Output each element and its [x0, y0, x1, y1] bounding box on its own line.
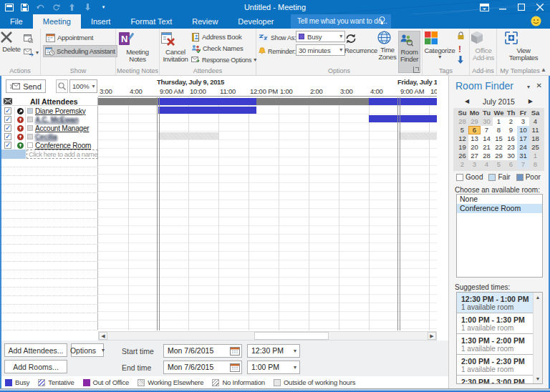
suggested-time-item[interactable]: 2:00 PM - 2:30 PM1 available room	[457, 355, 534, 376]
calendar-day[interactable]: 19	[456, 143, 468, 152]
attendee-name-link[interactable]: Conference Room	[35, 142, 91, 150]
calendar-day[interactable]: 17	[517, 134, 529, 143]
recurrence-button[interactable]: Recurrence	[344, 32, 377, 54]
calendar-day[interactable]: 6	[468, 126, 481, 134]
calendar-day[interactable]: 1	[493, 117, 505, 126]
time-zones-button[interactable]: Time Zones	[377, 31, 397, 61]
room-option[interactable]: None	[457, 195, 542, 204]
calendar-day[interactable]: 11	[529, 126, 541, 134]
reminder-combo[interactable]: 30 minutes ▾	[296, 44, 345, 56]
smiley-feedback-icon[interactable]	[531, 16, 541, 26]
scroll-right-arrow[interactable]: ▶	[428, 332, 436, 340]
attendee-name-link[interactable]: Cecilia	[35, 133, 57, 141]
suggested-time-item[interactable]: 1:30 PM - 2:00 PM1 available room	[457, 334, 534, 355]
calendar-day[interactable]: 28	[481, 152, 493, 160]
appointment-button[interactable]: Appointment	[46, 32, 93, 43]
forward-button[interactable]: ▾	[24, 47, 39, 58]
attendee-name-link[interactable]: Account Manager	[35, 124, 89, 132]
attendee-checkbox[interactable]	[4, 124, 11, 132]
calendar-day[interactable]: 2	[505, 117, 517, 126]
add-rooms-button[interactable]: Add Rooms...	[4, 360, 67, 373]
calendar-day[interactable]: 8	[529, 160, 541, 169]
suggested-time-item[interactable]: 12:30 PM - 1:00 PM1 available room	[457, 293, 534, 313]
minimize-icon[interactable]	[496, 1, 510, 13]
room-finder-menu-caret[interactable]: ▾	[527, 84, 530, 90]
tell-me-box[interactable]: Tell me what you want to do...	[291, 14, 391, 29]
end-time-combo[interactable]: 1:00 PM ▾	[247, 361, 300, 374]
copy-to-calendar-button[interactable]	[24, 33, 33, 44]
calendar-day[interactable]: 9	[505, 126, 517, 134]
add-name-placeholder[interactable]: Click here to add a name	[26, 150, 98, 159]
scroll-down-arrow[interactable]: ▼	[534, 374, 542, 383]
calendar-day[interactable]: 29	[468, 117, 481, 126]
calendar-day[interactable]: 22	[493, 143, 505, 152]
collapse-ribbon-icon[interactable]: ▲	[541, 67, 546, 73]
calendar-day[interactable]: 15	[493, 134, 505, 143]
attendee-checkbox[interactable]	[4, 116, 11, 123]
scroll-left-arrow[interactable]: ◀	[99, 332, 107, 340]
end-date-field[interactable]: Mon 7/6/2015	[163, 361, 242, 374]
calendar-day[interactable]: 20	[468, 143, 481, 152]
maximize-icon[interactable]	[514, 1, 529, 13]
calendar-day[interactable]: 27	[468, 152, 481, 160]
end-date-picker-icon[interactable]	[230, 363, 240, 372]
attendee-name-link[interactable]: A.C. McEwan	[35, 116, 79, 124]
calendar-day[interactable]: 24	[517, 143, 529, 152]
calendar-day[interactable]: 25	[529, 143, 541, 152]
calendar-day[interactable]: 10	[517, 126, 529, 134]
scrollbar-thumb[interactable]	[254, 332, 329, 340]
start-date-picker-icon[interactable]	[230, 346, 240, 356]
tab-insert[interactable]: Insert	[81, 14, 121, 29]
room-finder-close-icon[interactable]: ✕	[536, 82, 542, 89]
calendar-next-arrow[interactable]: ▶	[529, 98, 533, 104]
calendar-day[interactable]: 28	[456, 117, 468, 126]
meeting-notes-button[interactable]: N Meeting Notes	[118, 31, 157, 63]
address-book-button[interactable]: Address Book	[191, 31, 242, 42]
tab-developer[interactable]: Developer	[228, 14, 284, 29]
calendar-day[interactable]: 4	[481, 160, 493, 169]
suggested-times-scrollbar[interactable]: ▲▼	[533, 293, 542, 383]
check-names-button[interactable]: Check Names	[191, 43, 243, 54]
options-button[interactable]: Options ▾	[71, 343, 104, 357]
calendar-day[interactable]: 14	[481, 134, 493, 143]
view-templates-button[interactable]: View Templates	[504, 31, 543, 62]
attendee-checkbox[interactable]	[4, 107, 11, 114]
calendar-day[interactable]: 8	[493, 126, 505, 134]
tab-meeting[interactable]: Meeting	[33, 14, 81, 29]
horizontal-scrollbar[interactable]: ◀ ▶	[98, 331, 437, 340]
suggested-time-item[interactable]: 2:30 PM - 3:00 PM1 available room	[457, 376, 534, 384]
calendar-day[interactable]: 16	[505, 134, 517, 143]
calendar-day[interactable]: 31	[517, 152, 529, 160]
attendee-checkbox[interactable]	[4, 142, 11, 149]
delete-button[interactable]: Delete	[0, 31, 23, 53]
low-importance-button[interactable]	[457, 56, 464, 64]
calendar-day[interactable]: 21	[481, 143, 493, 152]
show-as-combo[interactable]: Busy ▾	[296, 31, 345, 42]
calendar-day[interactable]: 18	[529, 134, 541, 143]
calendar-day[interactable]: 6	[505, 160, 517, 169]
ribbon-display-options-icon[interactable]	[477, 1, 491, 13]
scheduling-assistant-button[interactable]: Scheduling Assistant	[43, 45, 117, 57]
office-addins-button[interactable]: Office Add-ins	[470, 31, 497, 62]
zoom-button[interactable]	[56, 79, 68, 93]
calendar-day[interactable]: 12	[456, 134, 468, 143]
attendee-name-link[interactable]: Diane Poremsky	[35, 107, 86, 115]
calendar-day[interactable]: 7	[517, 160, 529, 169]
response-options-button[interactable]: Response Options ▾	[191, 54, 256, 65]
start-time-combo[interactable]: 12:30 PM ▾	[247, 344, 300, 358]
room-option[interactable]: Conference Room	[457, 204, 542, 213]
calendar-day[interactable]: 1	[529, 152, 541, 160]
attendee-checkbox[interactable]	[4, 133, 11, 140]
cancel-invitation-button[interactable]: Cancel Invitation	[160, 31, 191, 63]
calendar-day[interactable]: 26	[456, 152, 468, 160]
private-button[interactable]	[457, 31, 465, 40]
close-icon[interactable]	[533, 1, 547, 13]
calendar-day[interactable]: 5	[456, 126, 468, 134]
scroll-up-arrow[interactable]: ▲	[534, 293, 542, 302]
tab-file[interactable]: File	[0, 14, 33, 29]
high-importance-button[interactable]: !	[458, 44, 461, 54]
categorize-button[interactable]: Categorize ▾	[424, 31, 455, 60]
calendar-day[interactable]: 13	[468, 134, 481, 143]
zoom-combo[interactable]: 100% ▾	[69, 79, 97, 93]
suggested-time-item[interactable]: 1:00 PM - 1:30 PM1 available room	[457, 313, 534, 334]
